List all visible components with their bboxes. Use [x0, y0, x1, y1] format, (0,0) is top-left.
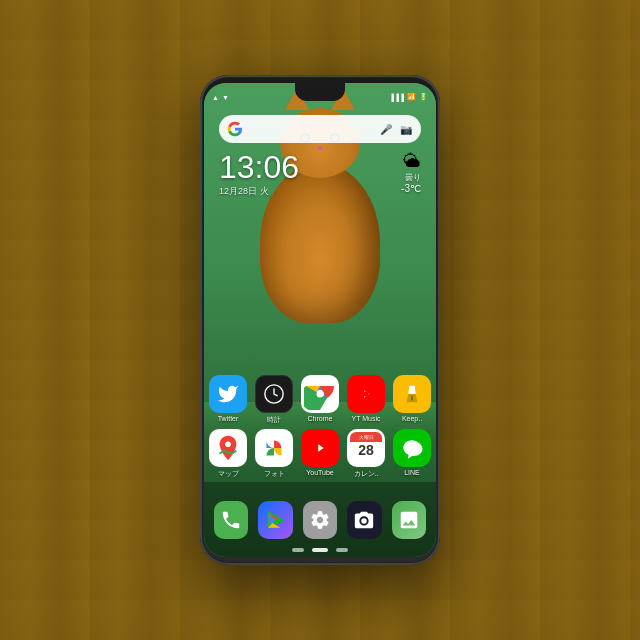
youtube-app-icon[interactable]: YouTube [301, 429, 339, 479]
calendar-header: 火曜日 [350, 432, 382, 442]
keep-icon-img [393, 375, 431, 413]
clock-time: 13:06 [219, 151, 299, 183]
keep-app-label: Keep.. [402, 415, 422, 422]
calendar-icon-img: 火曜日 28 [347, 429, 385, 467]
svg-point-10 [362, 518, 368, 524]
wifi-bars-icon: 📶 [407, 93, 416, 101]
nav-recents[interactable] [336, 548, 348, 552]
gallery-dock-icon[interactable] [392, 501, 426, 539]
maps-app-label: マップ [218, 469, 239, 479]
camera-dock-icon[interactable] [347, 501, 381, 539]
clock-icon-img [255, 375, 293, 413]
playstore-dock-icon[interactable] [258, 501, 292, 539]
calendar-app-label: カレン.. [354, 469, 379, 479]
signal-icon: ▲ [212, 94, 219, 101]
youtube-icon-img [301, 429, 339, 467]
nav-home[interactable] [312, 548, 328, 552]
maps-icon-img [209, 429, 247, 467]
twitter-icon-img [209, 375, 247, 413]
calendar-day-header: 火曜日 [359, 434, 374, 440]
clock-app-label: 時計 [267, 415, 281, 425]
svg-point-5 [363, 391, 369, 397]
line-icon-img [393, 429, 431, 467]
svg-rect-6 [411, 396, 413, 401]
weather-widget: 🌥 曇り -3℃ [401, 151, 421, 194]
ytmusic-icon-img [347, 375, 385, 413]
twitter-app-label: Twitter [218, 415, 239, 422]
clock-date: 12月28日 火 [219, 185, 299, 198]
chrome-app-icon[interactable]: Chrome [301, 375, 339, 425]
status-right: ▐▐▐ 📶 🔋 [389, 93, 428, 101]
chrome-icon-img [301, 375, 339, 413]
photos-app-icon[interactable]: フォト [255, 429, 293, 479]
ytmusic-app-icon[interactable]: YT Music [347, 375, 385, 425]
twitter-app-icon[interactable]: Twitter [209, 375, 247, 425]
wifi-icon: ▼ [222, 94, 229, 101]
phone-dock-icon[interactable] [214, 501, 248, 539]
status-left: ▲ ▼ [212, 94, 229, 101]
google-logo [227, 121, 243, 137]
calendar-date-number: 28 [358, 443, 374, 457]
photos-app-label: フォト [264, 469, 285, 479]
weather-condition-label: 曇り [401, 172, 421, 183]
phone-notch [295, 83, 345, 101]
settings-dock-icon[interactable] [303, 501, 337, 539]
keep-app-icon[interactable]: Keep.. [393, 375, 431, 425]
battery-icon: 🔋 [419, 93, 428, 101]
signal-bars-icon: ▐▐▐ [389, 94, 404, 101]
chrome-app-label: Chrome [308, 415, 333, 422]
navigation-dots [204, 548, 436, 552]
svg-point-7 [225, 441, 231, 447]
cat-nose [317, 146, 323, 150]
phone-screen: ▲ ▼ ▐▐▐ 📶 🔋 🎤 📷 [204, 83, 436, 557]
microphone-icon[interactable]: 🎤 [379, 122, 393, 136]
ytmusic-app-label: YT Music [351, 415, 380, 422]
line-app-label: LINE [404, 469, 420, 476]
search-right-icons: 🎤 📷 [379, 122, 413, 136]
line-app-icon[interactable]: LINE [393, 429, 431, 479]
search-bar[interactable]: 🎤 📷 [219, 115, 421, 143]
weather-temperature: -3℃ [401, 183, 421, 194]
nav-back[interactable] [292, 548, 304, 552]
clock-app-icon[interactable]: 時計 [255, 375, 293, 425]
calendar-inner: 火曜日 28 [350, 432, 382, 464]
photos-icon-img [255, 429, 293, 467]
app-row-1: Twitter 時計 [204, 375, 436, 425]
svg-point-3 [317, 391, 324, 398]
weather-condition-icon: 🌥 [401, 151, 421, 172]
youtube-app-label: YouTube [306, 469, 334, 476]
clock-widget: 13:06 12月28日 火 [219, 151, 299, 198]
calendar-app-icon[interactable]: 火曜日 28 カレン.. [347, 429, 385, 479]
dock-apps [204, 501, 436, 539]
google-lens-icon[interactable]: 📷 [399, 122, 413, 136]
maps-app-icon[interactable]: マップ [209, 429, 247, 479]
phone-container: ▲ ▼ ▐▐▐ 📶 🔋 🎤 📷 [200, 75, 440, 565]
app-row-2: マップ フォト [204, 429, 436, 479]
phone-body: ▲ ▼ ▐▐▐ 📶 🔋 🎤 📷 [200, 75, 440, 565]
